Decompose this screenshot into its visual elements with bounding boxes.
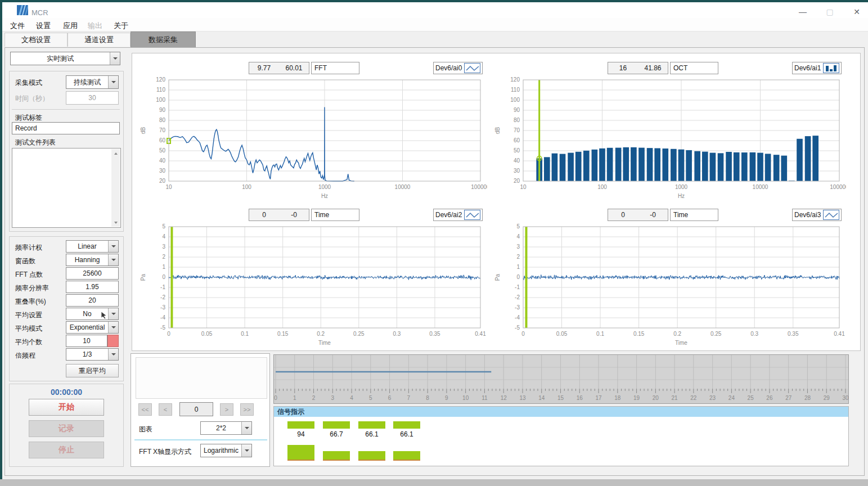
menu-apply[interactable]: 应用 (60, 20, 81, 32)
param-label-window: 窗函数 (15, 256, 35, 266)
time3-channel-selector[interactable]: Dev6/ai3 (792, 209, 842, 221)
maximize-button[interactable]: ▢ (817, 4, 843, 19)
svg-text:Pa: Pa (494, 273, 501, 281)
line-chart-icon (823, 210, 839, 220)
svg-text:20: 20 (514, 178, 520, 184)
nav-last-button[interactable]: >> (240, 403, 254, 416)
octave-select[interactable]: 1/3 (66, 348, 119, 361)
freq-resolution-input[interactable]: 1.95 (66, 281, 119, 293)
svg-text:100: 100 (156, 97, 165, 103)
svg-text:14: 14 (538, 395, 545, 401)
svg-text:1000: 1000 (318, 184, 331, 190)
svg-text:0: 0 (162, 274, 165, 280)
oct-plot[interactable]: 2030405060708090100110120101001000100001… (492, 76, 846, 206)
menu-about[interactable]: 关于 (110, 20, 132, 32)
svg-text:3: 3 (162, 244, 165, 250)
chevron-down-icon[interactable] (108, 76, 118, 88)
record-timeline[interactable]: 0123456789101112131415161718192021222324… (273, 354, 849, 404)
chevron-down-icon[interactable] (108, 241, 118, 252)
svg-text:26: 26 (766, 395, 773, 401)
listbox-scrollbar[interactable] (111, 149, 120, 227)
close-button[interactable]: ✕ (844, 4, 868, 19)
fft-points-input[interactable]: 25600 (66, 267, 119, 280)
fft-channel-selector[interactable]: Dev6/ai0 (433, 62, 483, 74)
signal-bar-baseline (358, 460, 385, 461)
time2-cursor-readout: 0-0 (249, 209, 309, 221)
svg-text:1: 1 (293, 395, 296, 401)
fft-plot[interactable]: 2030405060708090100110120101001000100001… (137, 76, 487, 206)
svg-text:40: 40 (159, 158, 166, 164)
svg-text:100: 100 (242, 184, 251, 190)
tab-document-settings[interactable]: 文档设置 (5, 33, 68, 47)
nav-first-button[interactable]: << (138, 403, 152, 416)
nav-next-button[interactable]: > (220, 403, 233, 416)
weighting-select[interactable]: Linear (66, 240, 119, 253)
time2-type-label: Time (311, 209, 359, 221)
svg-text:2: 2 (312, 395, 316, 401)
display-controls-panel: << < 0 > >> 图表 2*2 FFT X轴显示方式 Logarithmi… (131, 353, 270, 467)
svg-text:90: 90 (514, 107, 520, 113)
chart-fft: 9.7760.01 FFT Dev6/ai0 20304050607080901… (137, 61, 487, 206)
chevron-down-icon[interactable] (108, 349, 118, 360)
tab-data-acquisition[interactable]: 数据采集 (131, 32, 196, 48)
svg-text:-3: -3 (515, 304, 520, 310)
minimize-button[interactable]: — (790, 4, 816, 19)
overlap-input[interactable]: 20 (66, 294, 119, 307)
scroll-up-icon[interactable] (111, 149, 120, 158)
signal-bar-baseline (287, 460, 314, 461)
svg-text:0.05: 0.05 (201, 331, 213, 337)
oct-channel-selector[interactable]: Dev6/ai1 (792, 62, 842, 74)
avg-count-input[interactable]: 10 (66, 335, 107, 347)
param-label-averaging: 平均设置 (15, 310, 42, 320)
svg-text:3: 3 (331, 395, 335, 401)
tab-channel-settings[interactable]: 通道设置 (68, 33, 131, 47)
chevron-down-icon[interactable] (108, 322, 118, 333)
start-button[interactable]: 开始 (29, 399, 104, 416)
svg-text:50: 50 (514, 147, 520, 154)
svg-text:21: 21 (672, 395, 678, 401)
svg-text:19: 19 (633, 395, 640, 401)
param-label-overlap: 重叠率(%) (15, 297, 46, 307)
fft-params-group: 频率计权 Linear 窗函数 Hanning FFT 点数 25600 频率分… (9, 236, 124, 381)
fft-axis-select[interactable]: Logarithmic (200, 444, 252, 457)
acq-mode-select[interactable]: 持续测试 (66, 75, 119, 89)
chevron-down-icon[interactable] (110, 52, 120, 65)
menu-file[interactable]: 文件 (7, 20, 28, 32)
signal-level-bar-top (358, 421, 385, 429)
timeline-ruler[interactable]: 0123456789101112131415161718192021222324… (274, 355, 848, 403)
time2-plot[interactable]: -5-4-3-2-101234500.050.10.150.20.250.30.… (137, 223, 487, 353)
layout-label: 图表 (139, 425, 152, 434)
test-file-listbox[interactable] (12, 148, 121, 228)
restart-average-button[interactable]: 重启平均 (66, 364, 119, 377)
svg-text:1: 1 (162, 264, 165, 270)
svg-text:5: 5 (369, 395, 372, 401)
chevron-down-icon[interactable] (108, 254, 118, 266)
window-select[interactable]: Hanning (66, 254, 119, 266)
avg-mode-select[interactable]: Exponential (66, 321, 119, 334)
svg-text:1000: 1000 (675, 184, 688, 190)
averaging-select[interactable]: No (66, 308, 119, 320)
chevron-down-icon[interactable] (241, 422, 251, 434)
test-mode-select[interactable]: 实时测试 (10, 52, 120, 65)
svg-text:0.15: 0.15 (633, 331, 645, 337)
time3-plot[interactable]: -5-4-3-2-101234500.050.10.150.20.250.30.… (492, 223, 846, 353)
svg-text:-4: -4 (515, 314, 520, 321)
svg-text:10000: 10000 (753, 184, 768, 190)
chart-oct: 1641.86 OCT Dev6/ai1 2030405060708090100… (492, 61, 846, 206)
time2-channel-selector[interactable]: Dev6/ai2 (433, 209, 483, 221)
page-index-box[interactable]: 0 (179, 402, 213, 416)
signal-level-bar-bottom (358, 451, 385, 460)
svg-text:60: 60 (159, 137, 166, 143)
menu-settings[interactable]: 设置 (33, 20, 54, 32)
test-tag-input[interactable]: Record (12, 122, 120, 134)
chart-time-ai2: 0-0 Time Dev6/ai2 -5-4-3-2-101234500.050… (137, 208, 487, 353)
layout-select[interactable]: 2*2 (200, 421, 252, 435)
svg-text:110: 110 (156, 87, 165, 93)
svg-text:20: 20 (653, 395, 659, 401)
nav-prev-button[interactable]: < (159, 403, 172, 416)
chevron-down-icon[interactable] (108, 308, 118, 320)
chevron-down-icon[interactable] (241, 444, 251, 457)
signal-indicator-panel: 信号指示 94 66.7 66.1 66.1 (273, 406, 849, 466)
svg-text:17: 17 (595, 395, 602, 401)
scroll-down-icon[interactable] (111, 218, 120, 227)
